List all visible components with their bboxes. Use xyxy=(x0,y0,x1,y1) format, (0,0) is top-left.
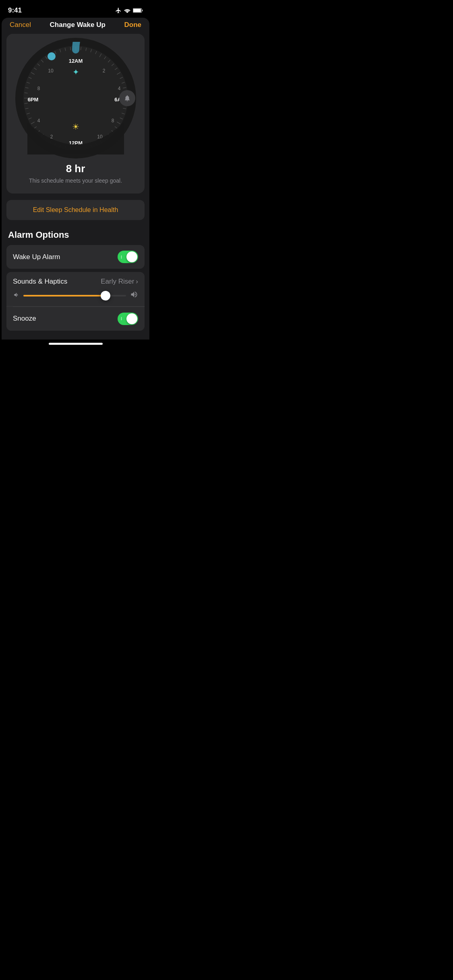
toggle-thumb xyxy=(126,251,137,262)
wake-up-alarm-label: Wake Up Alarm xyxy=(13,253,60,261)
snooze-toggle-thumb xyxy=(126,313,137,324)
volume-slider-thumb[interactable] xyxy=(101,291,110,301)
wifi-icon xyxy=(124,8,130,13)
volume-slider-track[interactable] xyxy=(23,295,126,296)
svg-rect-1 xyxy=(133,9,141,12)
svg-text:8: 8 xyxy=(37,86,40,91)
svg-text:☀: ☀ xyxy=(72,122,79,131)
snooze-row: Snooze xyxy=(6,307,145,331)
bell-icon xyxy=(124,94,131,102)
volume-low-icon xyxy=(13,292,19,300)
home-bar xyxy=(49,343,103,345)
svg-text:4: 4 xyxy=(118,86,120,91)
svg-text:6PM: 6PM xyxy=(27,97,38,103)
clock-svg[interactable]: 12AM 2 4 6AM 8 10 12PM 2 4 6PM xyxy=(19,42,132,154)
sounds-haptics-top: Sounds & Haptics Early Riser › xyxy=(13,278,138,286)
sounds-haptics-row[interactable]: Sounds & Haptics Early Riser › xyxy=(6,272,145,307)
svg-point-64 xyxy=(48,52,56,60)
wake-up-alarm-toggle[interactable] xyxy=(118,251,138,263)
chevron-right-icon: › xyxy=(136,278,138,286)
edit-sleep-button[interactable]: Edit Sleep Schedule in Health xyxy=(6,200,145,220)
sleep-info: 8 hr This schedule meets your sleep goal… xyxy=(13,163,138,184)
main-content: 12AM 2 4 6AM 8 10 12PM 2 4 6PM xyxy=(2,34,149,340)
bell-icon-wrapper[interactable] xyxy=(119,90,135,106)
volume-slider-fill xyxy=(23,295,105,296)
sounds-haptics-value-text: Early Riser xyxy=(101,278,134,286)
svg-text:8: 8 xyxy=(111,118,114,124)
volume-row xyxy=(13,290,138,301)
svg-text:10: 10 xyxy=(48,68,54,74)
sounds-haptics-label: Sounds & Haptics xyxy=(13,278,67,286)
home-indicator xyxy=(0,340,151,351)
edit-sleep-label: Edit Sleep Schedule in Health xyxy=(33,206,118,213)
svg-text:✦: ✦ xyxy=(72,68,79,76)
svg-text:2: 2 xyxy=(102,68,105,74)
status-bar: 9:41 xyxy=(0,0,151,18)
svg-text:4: 4 xyxy=(37,118,40,124)
airplane-icon xyxy=(115,7,122,14)
alarm-options-title: Alarm Options xyxy=(2,230,149,245)
page-title: Change Wake Up xyxy=(50,21,105,29)
sleep-hours: 8 hr xyxy=(13,163,138,175)
done-button[interactable]: Done xyxy=(124,21,142,29)
status-icons xyxy=(115,7,143,14)
snooze-toggle[interactable] xyxy=(118,313,138,325)
wake-up-alarm-row: Wake Up Alarm xyxy=(6,245,145,269)
alarm-options-section: Alarm Options Wake Up Alarm Sounds & Hap… xyxy=(2,230,149,331)
sounds-haptics-value[interactable]: Early Riser › xyxy=(101,278,138,286)
cancel-button[interactable]: Cancel xyxy=(10,21,31,29)
sounds-haptics-group: Sounds & Haptics Early Riser › xyxy=(6,272,145,331)
clock-wrapper[interactable]: 12AM 2 4 6AM 8 10 12PM 2 4 6PM xyxy=(19,42,132,154)
wake-up-alarm-group: Wake Up Alarm xyxy=(6,245,145,269)
volume-high-icon xyxy=(130,290,138,301)
status-time: 9:41 xyxy=(8,6,22,14)
nav-bar: Cancel Change Wake Up Done xyxy=(2,18,149,34)
svg-text:12AM: 12AM xyxy=(68,58,83,64)
battery-icon xyxy=(133,8,143,13)
sleep-description: This schedule meets your sleep goal. xyxy=(13,177,138,184)
clock-container: 12AM 2 4 6AM 8 10 12PM 2 4 6PM xyxy=(6,34,145,194)
snooze-label: Snooze xyxy=(13,315,36,323)
